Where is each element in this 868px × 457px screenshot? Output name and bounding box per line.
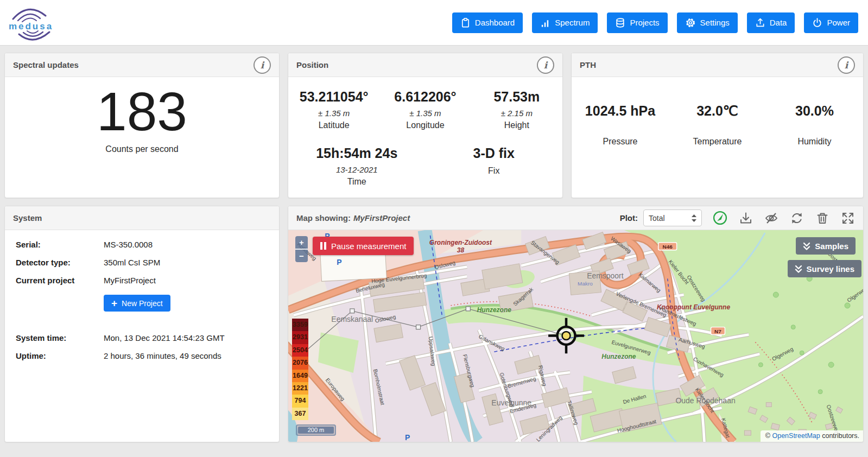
map-scale-bar: 200 m <box>296 424 336 436</box>
legend-value: 1221 <box>292 382 308 395</box>
map-label: Hunzezone <box>477 306 512 314</box>
info-icon[interactable]: i <box>838 56 855 74</box>
map-title-project: MyFirstProject <box>353 213 410 223</box>
gear-icon <box>685 17 696 28</box>
svg-text:N46: N46 <box>663 244 673 250</box>
plot-select-value: Total <box>649 214 665 223</box>
system-card: System Serial: MS-350.0008 Detector type… <box>4 206 280 442</box>
nav-spectrum-button[interactable]: Spectrum <box>532 12 598 33</box>
legend-value: 3359 <box>292 319 308 331</box>
nav-settings-button[interactable]: Settings <box>677 12 738 33</box>
fix-value: 3-D fix <box>426 145 563 161</box>
map-card-header: Map showing: MyFirstProject Plot: Total <box>288 206 863 230</box>
double-chevron-down-icon <box>795 265 802 273</box>
survey-lines-button[interactable]: Survey lines <box>788 260 861 277</box>
date-value: 13-12-2021 <box>288 165 426 174</box>
pth-card: PTH i 1024.5 hPa Pressure 32.0℃ Temperat… <box>571 53 864 198</box>
nav-dashboard-button[interactable]: Dashboard <box>452 12 523 33</box>
legend-value: 367 <box>292 408 308 420</box>
info-icon[interactable]: i <box>254 56 271 74</box>
pth-card-body: 1024.5 hPa Pressure 32.0℃ Temperature 30… <box>572 77 863 198</box>
card-title: System <box>13 213 42 223</box>
medusa-logo: medusa <box>5 4 65 42</box>
eye-off-icon[interactable] <box>764 211 778 225</box>
position-card-body: 53.211054° ± 1.35 m Latitude 6.612206° ±… <box>288 77 562 198</box>
latitude-value: 53.211054° <box>288 89 379 105</box>
spectral-updates-card: Spectral updates i 183 Counts per second <box>4 53 280 198</box>
logo-text: medusa <box>9 21 53 31</box>
dashboard-content: Spectral updates i 183 Counts per second… <box>0 53 868 442</box>
pressure-value: 1024.5 hPa <box>572 103 669 119</box>
detector-type-value: 350ml CsI SPM <box>104 258 268 267</box>
clipboard-icon <box>460 17 471 28</box>
map-area: N46N7 Groningen-Zuidoost38Hoge Euvelgunn… <box>288 230 863 442</box>
system-time-value: Mon, 13 Dec 2021 14:54:23 GMT <box>104 333 268 342</box>
road-ref-badge: N46 <box>658 243 677 250</box>
top-bar: medusa Dashboard Spectrum Projects <box>0 0 868 46</box>
time-metric: 15h:54m 24s 13-12-2021 Time <box>288 145 426 187</box>
samples-button[interactable]: Samples <box>796 237 856 255</box>
nav-power-button[interactable]: Power <box>804 12 858 33</box>
map-label: 38 <box>457 246 465 254</box>
humidity-label: Humidity <box>766 137 863 147</box>
height-value: 57.53m <box>471 89 562 105</box>
fix-label: Fix <box>426 166 563 176</box>
new-project-label: New Project <box>122 299 162 308</box>
time-label: Time <box>288 177 426 187</box>
map-label: Groningen-Zuidoost <box>429 239 492 246</box>
refresh-icon[interactable] <box>790 211 804 225</box>
bar-chart-icon <box>540 17 550 28</box>
attribution-prefix: © <box>765 432 772 440</box>
nav-label: Settings <box>700 18 730 27</box>
zoom-out-button[interactable]: − <box>295 250 308 262</box>
attribution-suffix: contributors. <box>820 432 859 440</box>
pause-icon <box>320 242 326 250</box>
svg-text:N7: N7 <box>714 328 721 334</box>
legend-value: 794 <box>292 395 308 407</box>
humidity-metric: 30.0% Humidity <box>766 103 863 198</box>
compass-icon[interactable] <box>713 211 727 225</box>
nav-data-button[interactable]: Data <box>747 12 795 33</box>
map-toolbar <box>713 211 855 225</box>
nav-label: Power <box>827 18 850 27</box>
nav-projects-button[interactable]: Projects <box>607 12 667 33</box>
spectral-card-body: 183 Counts per second <box>5 77 279 198</box>
pause-label: Pause measurement <box>331 242 406 251</box>
system-card-body: Serial: MS-350.0008 Detector type: 350ml… <box>5 230 279 442</box>
card-title: Position <box>296 60 328 69</box>
uptime-value: 2 hours, 36 minutes, 49 seconds <box>104 351 268 360</box>
height-label: Height <box>471 120 562 130</box>
map-canvas[interactable]: N46N7 Groningen-Zuidoost38Hoge Euvelgunn… <box>288 230 863 442</box>
pause-measurement-button[interactable]: Pause measurement <box>313 237 414 255</box>
longitude-value: 6.612206° <box>379 89 471 105</box>
map-zoom-control: + − <box>295 236 308 262</box>
card-title: Spectral updates <box>13 60 79 69</box>
power-icon <box>812 17 822 28</box>
samples-label: Samples <box>815 242 848 251</box>
height-metric: 57.53m ± 2.15 m Height <box>471 89 562 130</box>
new-project-button[interactable]: + New Project <box>104 295 170 312</box>
zoom-in-button[interactable]: + <box>295 236 308 249</box>
openstreetmap-link[interactable]: OpenStreetMap <box>772 432 820 440</box>
map-label: Makro <box>578 281 593 287</box>
position-card: Position i 53.211054° ± 1.35 m Latitude … <box>288 53 563 198</box>
expand-icon[interactable] <box>841 211 855 225</box>
card-title: PTH <box>580 60 596 69</box>
current-project-value: MyFirstProject <box>104 276 268 285</box>
nav-label: Data <box>770 18 787 27</box>
main-nav: Dashboard Spectrum Projects Settings <box>452 12 858 33</box>
info-icon[interactable]: i <box>537 56 554 74</box>
legend-value: 2076 <box>292 357 308 369</box>
trash-icon[interactable] <box>815 211 829 225</box>
plot-select[interactable]: Total <box>643 210 702 226</box>
double-chevron-down-icon <box>803 242 810 250</box>
position-card-header: Position i <box>288 53 562 77</box>
longitude-error: ± 1.35 m <box>379 109 471 118</box>
map-label: Eemskanaal <box>331 315 373 323</box>
map-card: Map showing: MyFirstProject Plot: Total <box>288 206 864 442</box>
map-label: P <box>337 258 341 266</box>
fix-metric: 3-D fix Fix <box>426 145 563 187</box>
counts-value: 183 <box>97 81 187 141</box>
system-card-header: System <box>5 206 279 230</box>
download-icon[interactable] <box>739 211 753 225</box>
